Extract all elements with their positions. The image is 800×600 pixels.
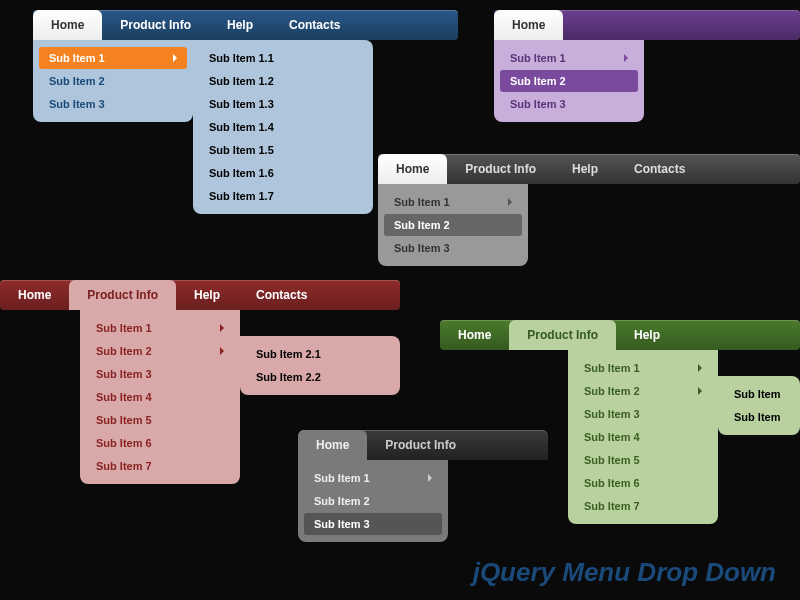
tab-home[interactable]: Home (378, 154, 447, 184)
menu-item[interactable]: Sub Item 1 (384, 191, 522, 213)
menu-item[interactable]: Sub Item 5 (86, 409, 234, 431)
menu-item[interactable]: Sub Item 3 (86, 363, 234, 385)
tab-home[interactable]: Home (298, 430, 367, 460)
tab-product-info[interactable]: Product Info (367, 430, 474, 460)
item-label: Sub Item 2 (584, 385, 640, 397)
item-label: Sub Item 1 (510, 52, 566, 64)
menu-item[interactable]: Sub Item (724, 383, 794, 405)
tab-product-info[interactable]: Product Info (509, 320, 616, 350)
gray-menubar: Home Product Info Help Contacts (378, 154, 800, 184)
tab-contacts[interactable]: Contacts (238, 280, 325, 310)
tab-home[interactable]: Home (33, 10, 102, 40)
chevron-right-icon (428, 474, 432, 482)
tab-help[interactable]: Help (176, 280, 238, 310)
item-label: Sub Item 4 (584, 431, 640, 443)
item-label: Sub Item 2 (96, 345, 152, 357)
tab-home[interactable]: Home (494, 10, 563, 40)
item-label: Sub Item 6 (584, 477, 640, 489)
tab-contacts[interactable]: Contacts (271, 10, 358, 40)
menu-item[interactable]: Sub Item 1 (500, 47, 638, 69)
item-label: Sub Item 1.7 (209, 190, 274, 202)
chevron-right-icon (220, 324, 224, 332)
item-label: Sub Item 1 (96, 322, 152, 334)
menu-item[interactable]: Sub Item 2 (500, 70, 638, 92)
item-label: Sub Item 1.6 (209, 167, 274, 179)
menu-item[interactable]: Sub Item 1.7 (199, 185, 367, 207)
menu-item[interactable]: Sub Item 2 (574, 380, 712, 402)
chevron-right-icon (508, 198, 512, 206)
tab-home[interactable]: Home (0, 280, 69, 310)
menu-item[interactable]: Sub Item 2 (384, 214, 522, 236)
green-menubar: Home Product Info Help (440, 320, 800, 350)
item-label: Sub Item 2.2 (256, 371, 321, 383)
menu-item[interactable]: Sub Item 1.3 (199, 93, 367, 115)
menu-item[interactable]: Sub Item 7 (86, 455, 234, 477)
green-dropdown: Sub Item 1 Sub Item 2 Sub Item 3 Sub Ite… (568, 350, 718, 524)
menu-item[interactable]: Sub Item 1.6 (199, 162, 367, 184)
red-menubar: Home Product Info Help Contacts (0, 280, 400, 310)
menu-item[interactable]: Sub Item 1.4 (199, 116, 367, 138)
menu-item[interactable]: Sub Item 7 (574, 495, 712, 517)
tab-help[interactable]: Help (554, 154, 616, 184)
item-label: Sub Item 1 (394, 196, 450, 208)
menu-item[interactable]: Sub Item 1 (304, 467, 442, 489)
menu-item[interactable]: Sub Item 4 (574, 426, 712, 448)
tab-contacts[interactable]: Contacts (616, 154, 703, 184)
tab-product-info[interactable]: Product Info (102, 10, 209, 40)
green-submenu: Sub Item Sub Item (718, 376, 800, 435)
item-label: Sub Item (734, 388, 780, 400)
item-label: Sub Item 3 (49, 98, 105, 110)
chevron-right-icon (624, 54, 628, 62)
menu-item[interactable]: Sub Item 1 (39, 47, 187, 69)
item-label: Sub Item (734, 411, 780, 423)
item-label: Sub Item 1 (314, 472, 370, 484)
menu-item[interactable]: Sub Item 1.1 (199, 47, 367, 69)
menu-item[interactable]: Sub Item 2 (304, 490, 442, 512)
dark-menubar: Home Product Info (298, 430, 548, 460)
tab-help[interactable]: Help (209, 10, 271, 40)
menu-item[interactable]: Sub Item 1 (574, 357, 712, 379)
blue-menubar: Home Product Info Help Contacts (33, 10, 458, 40)
item-label: Sub Item 2.1 (256, 348, 321, 360)
red-dropdown: Sub Item 1 Sub Item 2 Sub Item 3 Sub Ite… (80, 310, 240, 484)
tab-product-info[interactable]: Product Info (69, 280, 176, 310)
menu-item[interactable]: Sub Item 5 (574, 449, 712, 471)
item-label: Sub Item 3 (510, 98, 566, 110)
item-label: Sub Item 1.1 (209, 52, 274, 64)
item-label: Sub Item 6 (96, 437, 152, 449)
chevron-right-icon (698, 364, 702, 372)
footer-title: jQuery Menu Drop Down (473, 557, 776, 588)
tab-home[interactable]: Home (440, 320, 509, 350)
menu-item[interactable]: Sub Item 2.1 (246, 343, 394, 365)
tab-help[interactable]: Help (616, 320, 678, 350)
menu-item[interactable]: Sub Item 1 (86, 317, 234, 339)
item-label: Sub Item 2 (314, 495, 370, 507)
menu-item[interactable]: Sub Item 6 (574, 472, 712, 494)
menu-item[interactable]: Sub Item 1.5 (199, 139, 367, 161)
red-submenu: Sub Item 2.1 Sub Item 2.2 (240, 336, 400, 395)
menu-item[interactable]: Sub Item 1.2 (199, 70, 367, 92)
tab-product-info[interactable]: Product Info (447, 154, 554, 184)
menu-item[interactable]: Sub Item 4 (86, 386, 234, 408)
chevron-right-icon (698, 387, 702, 395)
item-label: Sub Item 7 (584, 500, 640, 512)
item-label: Sub Item 2 (394, 219, 450, 231)
menu-item[interactable]: Sub Item 3 (304, 513, 442, 535)
menu-item[interactable]: Sub Item 3 (500, 93, 638, 115)
item-label: Sub Item 1.5 (209, 144, 274, 156)
menu-item[interactable]: Sub Item 3 (39, 93, 187, 115)
menu-item[interactable]: Sub Item 2.2 (246, 366, 394, 388)
item-label: Sub Item 4 (96, 391, 152, 403)
menu-item[interactable]: Sub Item 6 (86, 432, 234, 454)
menu-item[interactable]: Sub Item 3 (574, 403, 712, 425)
item-label: Sub Item 3 (96, 368, 152, 380)
menu-item[interactable]: Sub Item 2 (39, 70, 187, 92)
item-label: Sub Item 2 (49, 75, 105, 87)
blue-submenu: Sub Item 1.1 Sub Item 1.2 Sub Item 1.3 S… (193, 40, 373, 214)
menu-item[interactable]: Sub Item (724, 406, 794, 428)
menu-item[interactable]: Sub Item 3 (384, 237, 522, 259)
menu-item[interactable]: Sub Item 2 (86, 340, 234, 362)
chevron-right-icon (173, 54, 177, 62)
chevron-right-icon (220, 347, 224, 355)
item-label: Sub Item 1 (49, 52, 105, 64)
